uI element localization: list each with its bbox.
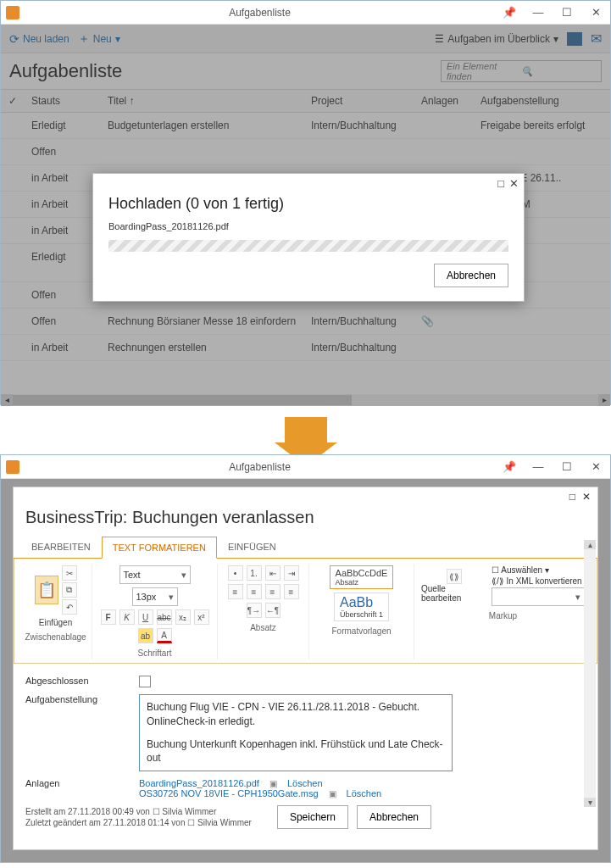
delete-attachment-2[interactable]: Löschen xyxy=(347,788,382,798)
font-size-select[interactable]: 13px xyxy=(132,587,178,606)
dialog-maximize-icon[interactable]: □ xyxy=(497,177,504,190)
panel-maximize-icon[interactable]: □ xyxy=(569,491,575,503)
lang-select[interactable] xyxy=(492,587,585,606)
rtl-icon[interactable]: ←¶ xyxy=(265,603,281,618)
maximize-button[interactable]: ☐ xyxy=(553,1,581,25)
undo-icon[interactable]: ↶ xyxy=(62,599,77,615)
style-heading1[interactable]: AaBb Überschrift 1 xyxy=(334,593,389,621)
ribbon-group-paragraph: Absatz xyxy=(250,623,276,632)
paste-icon[interactable] xyxy=(35,576,58,604)
maximize-button[interactable]: ☐ xyxy=(553,455,581,479)
attach-label: Anlagen xyxy=(25,778,127,788)
subscript-icon[interactable]: x₂ xyxy=(175,609,191,625)
align-right-icon[interactable]: ≡ xyxy=(265,584,281,599)
bottom-window: Aufgabenliste 📌 — ☐ ✕ □ ✕ BusinessTrip: … xyxy=(0,454,611,863)
completed-label: Abgeschlossen xyxy=(25,676,127,686)
minimize-button[interactable]: — xyxy=(524,1,553,25)
align-center-icon[interactable]: ≡ xyxy=(247,584,262,599)
upload-dialog: □ ✕ Hochladen (0 von 1 fertig) BoardingP… xyxy=(92,173,525,302)
upload-title: Hochladen (0 von 1 fertig) xyxy=(93,193,524,221)
edit-source-button[interactable]: ⟪⟫ Quelle bearbeiten xyxy=(421,569,486,603)
convert-xml-button[interactable]: ⟪/⟫ In XML konvertieren xyxy=(492,576,585,586)
underline-icon[interactable]: U xyxy=(138,609,153,625)
highlight-icon[interactable]: ab xyxy=(138,628,153,643)
delete-attachment-1[interactable]: Löschen xyxy=(287,778,323,788)
tab-edit[interactable]: BEARBEITEN xyxy=(20,536,102,558)
upload-cancel-button[interactable]: Abbrechen xyxy=(434,264,508,287)
ribbon-group-font: Schriftart xyxy=(137,648,171,658)
align-left-icon[interactable]: ≡ xyxy=(228,584,243,599)
pin-icon[interactable]: 📌 xyxy=(495,1,524,25)
titlebar: Aufgabenliste 📌 — ☐ ✕ xyxy=(1,455,610,479)
meta-footer: Erstellt am 27.11.2018 00:49 von ☐ Silvi… xyxy=(14,802,597,832)
remove-icon: ▣ xyxy=(269,779,277,788)
ribbon-group-clipboard: Zwischenablage xyxy=(25,632,86,642)
align-justify-icon[interactable]: ≡ xyxy=(284,584,299,599)
close-button[interactable]: ✕ xyxy=(581,455,610,479)
ribbon-group-styles: Formatvorlagen xyxy=(331,626,391,636)
font-color-icon[interactable]: A xyxy=(157,628,172,643)
task-panel: □ ✕ BusinessTrip: Buchungen veranlassen … xyxy=(13,487,598,850)
task-label: Aufgabenstellung xyxy=(25,694,127,704)
tabstrip: BEARBEITEN TEXT FORMATIEREN EINFÜGEN xyxy=(14,536,597,559)
app-icon xyxy=(6,460,19,474)
cancel-button[interactable]: Abbrechen xyxy=(357,805,431,829)
outdent-icon[interactable]: ⇤ xyxy=(265,565,281,581)
task-form: Abgeschlossen Aufgabenstellung Buchung F… xyxy=(14,672,597,802)
upload-filename: BoardingPass_20181126.pdf xyxy=(93,221,524,240)
app-icon xyxy=(6,6,19,19)
task-textarea[interactable]: Buchung Flug VIE - CPN - VIE 26.11./28.1… xyxy=(139,694,453,771)
save-button[interactable]: Speichern xyxy=(277,805,348,829)
tab-format[interactable]: TEXT FORMATIEREN xyxy=(102,537,217,559)
panel-title: BusinessTrip: Buchungen veranlassen xyxy=(14,506,597,536)
titlebar: Aufgabenliste 📌 — ☐ ✕ xyxy=(1,1,610,25)
vertical-scrollbar[interactable] xyxy=(584,540,596,807)
ribbon-group-markup: Markup xyxy=(489,611,517,620)
bullets-icon[interactable]: • xyxy=(228,565,243,581)
dialog-close-icon[interactable]: ✕ xyxy=(509,177,519,190)
completed-checkbox[interactable] xyxy=(139,676,151,687)
indent-icon[interactable]: ⇥ xyxy=(284,565,299,581)
pin-icon[interactable]: 📌 xyxy=(495,455,524,479)
window-title: Aufgabenliste xyxy=(25,7,495,19)
attachment-link-1[interactable]: BoardingPass_20181126.pdf xyxy=(139,778,259,788)
bold-icon[interactable]: F xyxy=(101,609,116,625)
modified-text: Zuletzt geändert am 27.11.2018 01:14 von… xyxy=(25,818,252,827)
source-icon: ⟪⟫ xyxy=(447,569,462,584)
attachment-link-2[interactable]: OS30726 NOV 18VIE - CPH1950Gate.msg xyxy=(139,788,319,798)
ltr-icon[interactable]: ¶→ xyxy=(247,603,262,618)
panel-close-icon[interactable]: ✕ xyxy=(582,491,591,503)
paste-label: Einfügen xyxy=(39,618,72,627)
window-title: Aufgabenliste xyxy=(25,461,495,473)
minimize-button[interactable]: — xyxy=(524,455,553,479)
superscript-icon[interactable]: x² xyxy=(194,609,209,625)
flow-arrow-icon xyxy=(0,405,611,454)
top-window: Aufgabenliste 📌 — ☐ ✕ ⟳Neu laden ＋Neu ▾ … xyxy=(0,0,611,405)
tab-insert[interactable]: EINFÜGEN xyxy=(217,536,287,558)
select-dropdown[interactable]: ☐ Auswählen ▾ xyxy=(492,565,585,575)
close-button[interactable]: ✕ xyxy=(581,1,610,25)
font-name-select[interactable]: Text xyxy=(119,565,191,584)
remove-icon: ▣ xyxy=(329,789,336,798)
italic-icon[interactable]: K xyxy=(119,609,135,625)
strike-icon[interactable]: abc xyxy=(157,609,172,625)
upload-progress-bar xyxy=(108,240,508,252)
ribbon: ✂ ⧉ ↶ Einfügen Zwischenablage Text 13px … xyxy=(14,559,597,664)
numbering-icon[interactable]: 1. xyxy=(247,565,262,581)
copy-icon[interactable]: ⧉ xyxy=(62,582,77,598)
created-text: Erstellt am 27.11.2018 00:49 von ☐ Silvi… xyxy=(25,807,252,816)
style-absatz[interactable]: AaBbCcDdE Absatz xyxy=(330,565,394,589)
cut-icon[interactable]: ✂ xyxy=(62,565,77,581)
